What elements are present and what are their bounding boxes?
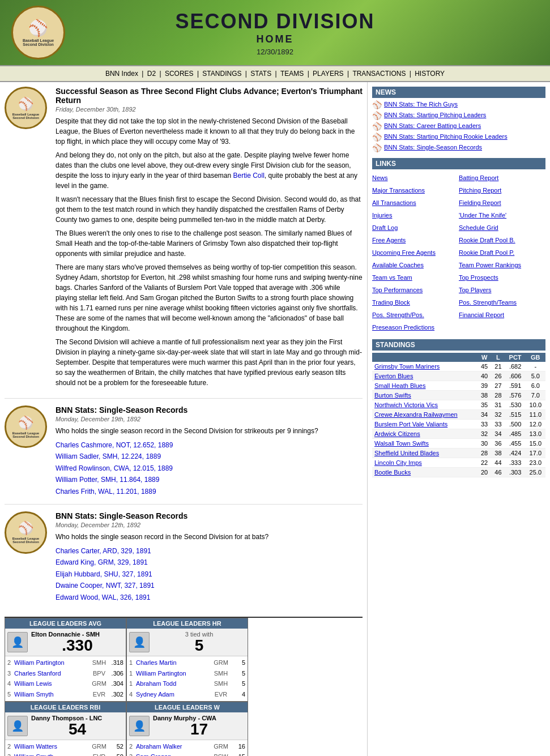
pct: .515 (505, 410, 526, 420)
baseball-icon-3: ⚾ (18, 416, 33, 430)
link-top-prospects[interactable]: Top Prospects (459, 271, 545, 284)
link-team-vs-team[interactable]: Team vs Team (372, 271, 459, 284)
games-back: 5.0 (526, 371, 545, 381)
losses: 26 (491, 371, 505, 381)
leader-avg-top: 👤 Elton Donnachie - SMH .330 (5, 629, 126, 656)
nav-stats[interactable]: STATS (250, 70, 271, 78)
article-1-title: Successful Season as Three Second Flight… (56, 87, 363, 105)
nav-teams[interactable]: TEAMS (280, 70, 304, 78)
nav-scores[interactable]: SCORES (165, 70, 194, 78)
link-preseason-predictions[interactable]: Preseason Predictions (372, 321, 459, 334)
games-back: 6.0 (526, 381, 545, 391)
link-rookie-draft-pool-b[interactable]: Rookie Draft Pool B. (459, 234, 545, 246)
news-link[interactable]: BNN Stats: Career Batting Leaders (384, 122, 481, 130)
wins: 34 (477, 410, 491, 420)
link-top-performances[interactable]: Top Performances (372, 284, 459, 296)
nav-d2[interactable]: D2 (147, 70, 156, 78)
news-link[interactable]: BNN Stats: The Rich Guys (384, 100, 458, 109)
right-column: NEWS ⚾ BNN Stats: The Rich Guys ⚾ BNN St… (367, 82, 550, 756)
games-back: 13.0 (526, 429, 545, 439)
link-financial-report[interactable]: Financial Report (459, 309, 545, 321)
team-name: Bootle Bucks (372, 468, 477, 477)
leader-avg-rows: 2William PartingtonSMH.318 3Charles Stan… (5, 656, 126, 701)
leader-avg: LEAGUE LEADERS AVG 👤 Elton Donnachie - S… (5, 618, 126, 702)
losses: 46 (491, 468, 505, 477)
leader-w-avatar: 👤 (129, 716, 150, 736)
losses: 34 (491, 429, 505, 439)
link-batting-report[interactable]: Batting Report (459, 172, 545, 184)
list-item: 2William PartingtonSMH.318 (7, 657, 123, 668)
list-item: 3William SmythEVR50 (7, 751, 123, 756)
nav-players[interactable]: PLAYERS (313, 70, 343, 78)
losses: 32 (491, 410, 505, 420)
article-1-p2: And belong they do, not only on the pitc… (56, 150, 363, 191)
links-right-col: Batting Report Pitching Report Fielding … (459, 172, 545, 334)
news-link[interactable]: BNN Stats: Starting Pitching Rookie Lead… (384, 133, 508, 141)
list-item: 5William SmythEVR.302 (7, 689, 123, 700)
links-left-col: News Major Transactions All Transactions… (372, 172, 459, 334)
link-available-coaches[interactable]: Available Coaches (372, 259, 459, 271)
list-item: 1Charles MartinGRM5 (129, 657, 245, 668)
left-column: ⚾ Baseball League Second Division Succes… (0, 82, 367, 756)
standings-header: STANDINGS (372, 339, 545, 351)
link-pos-strength-teams[interactable]: Pos. Strength/Teams (459, 296, 545, 309)
games-back: 25.0 (526, 468, 545, 477)
links-header: LINKS (372, 158, 545, 169)
link-pos-strength-pos[interactable]: Pos. Strength/Pos. (372, 309, 459, 321)
link-under-knife[interactable]: 'Under The Knife' (459, 209, 545, 221)
losses: 36 (491, 439, 505, 449)
nav-transactions[interactable]: TRANSACTIONS (352, 70, 406, 78)
table-row: Sheffield United Blades 28 38 .424 17.0 (372, 449, 545, 458)
nav-standings[interactable]: STANDINGS (202, 70, 241, 78)
games-back: 15.0 (526, 439, 545, 449)
standings-col-gb: GB (526, 353, 545, 362)
leader-avg-header: LEAGUE LEADERS AVG (5, 618, 126, 629)
leader-avg-value: .330 (31, 638, 123, 654)
baseball-icon: ⚾ (28, 19, 48, 37)
list-item: 1William PartingtonSMH5 (129, 668, 245, 679)
link-upcoming-free-agents[interactable]: Upcoming Free Agents (372, 246, 459, 259)
article-3-date: Monday, December 12th, 1892 (56, 522, 268, 528)
news-link[interactable]: BNN Stats: Single-Season Records (384, 143, 482, 152)
link-news[interactable]: News (372, 172, 459, 184)
links-grid: News Major Transactions All Transactions… (372, 172, 545, 334)
link-trading-block[interactable]: Trading Block (372, 296, 459, 309)
link-fielding-report[interactable]: Fielding Report (459, 197, 545, 209)
table-row: Grimsby Town Mariners 45 21 .682 - (372, 362, 545, 371)
losses: 31 (491, 400, 505, 410)
record-item: Edward Wood, WAL, 326, 1891 (56, 592, 268, 603)
league-leaders: LEAGUE LEADERS AVG 👤 Elton Donnachie - S… (5, 617, 363, 756)
games-back: 23.0 (526, 458, 545, 468)
link-pitching-report[interactable]: Pitching Report (459, 184, 545, 197)
link-major-transactions[interactable]: Major Transactions (372, 184, 459, 197)
nav-bnn-index[interactable]: BNN Index (105, 70, 138, 78)
leader-hr-value: 5 (153, 638, 245, 654)
nav-history[interactable]: HISTORY (415, 70, 445, 78)
logo-bottom-text: Second Division (23, 42, 53, 46)
article-2-logo: ⚾ Baseball League Second Division (5, 405, 50, 497)
list-item: 3Sam GroganBSW15 (129, 751, 245, 756)
link-schedule-grid[interactable]: Schedule Grid (459, 221, 545, 234)
table-row: Bootle Bucks 20 46 .303 25.0 (372, 468, 545, 477)
news-link[interactable]: BNN Stats: Starting Pitching Leaders (384, 111, 486, 119)
link-free-agents[interactable]: Free Agents (372, 234, 459, 246)
link-injuries[interactable]: Injuries (372, 209, 459, 221)
team-name: Lincoln City Imps (372, 458, 477, 468)
link-rookie-draft-pool-p[interactable]: Rookie Draft Pool P. (459, 246, 545, 259)
standings-col-pct: PCT (505, 353, 526, 362)
link-team-power-rankings[interactable]: Team Power Rankings (459, 259, 545, 271)
record-item: William Potter, SMH, 11.864, 1889 (56, 474, 318, 485)
record-item: Dwaine Cooper, NWT, 327, 1891 (56, 580, 268, 591)
record-item: William Sadler, SMH, 12.224, 1889 (56, 451, 318, 462)
standings-col-l: L (491, 353, 505, 362)
wins: 39 (477, 381, 491, 391)
article-3-logo: ⚾ Baseball League Second Division (5, 511, 50, 603)
table-row: Northwich Victoria Vics 35 31 .530 10.0 (372, 400, 545, 410)
table-row: Lincoln City Imps 22 44 .333 23.0 (372, 458, 545, 468)
link-all-transactions[interactable]: All Transactions (372, 197, 459, 209)
article-2-title: BNN Stats: Single-Season Records (56, 405, 318, 415)
link-draft-log[interactable]: Draft Log (372, 221, 459, 234)
leader-hr-avatar: 👤 (129, 632, 150, 652)
pct: .424 (505, 449, 526, 458)
link-top-players[interactable]: Top Players (459, 284, 545, 296)
